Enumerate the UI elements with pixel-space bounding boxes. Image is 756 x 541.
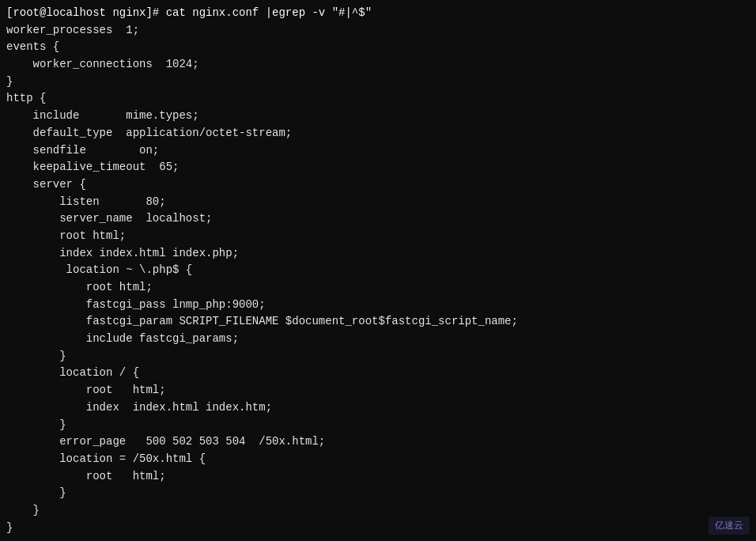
terminal-line-4: worker_connections 1024; [6, 56, 750, 74]
terminal-line-18: fastcgi_pass lnmp_php:9000; [6, 297, 750, 314]
terminal-line-14: root html; [6, 228, 750, 245]
terminal-content: [root@localhost nginx]# cat nginx.conf |… [6, 5, 750, 536]
terminal-line-20: include fastcgi_params; [6, 331, 750, 348]
terminal-line-7: include mime.types; [6, 108, 750, 125]
terminal-line-15: index index.html index.php; [6, 245, 750, 263]
terminal-line-28: root html; [6, 468, 750, 486]
terminal-line-3: events { [6, 39, 750, 56]
terminal-line-16: location ~ \.php$ { [6, 262, 750, 279]
terminal-line-2: worker_processes 1; [6, 22, 750, 40]
watermark: 亿速云 [709, 516, 750, 535]
terminal-line-21: } [6, 348, 750, 365]
terminal-line-27: location = /50x.html { [6, 451, 750, 468]
terminal-line-6: http { [6, 90, 750, 108]
terminal-line-23: root html; [6, 382, 750, 399]
terminal-line-26: error_page 500 502 503 504 /50x.html; [6, 433, 750, 451]
terminal-line-29: } [6, 485, 750, 502]
terminal-line-25: } [6, 417, 750, 434]
terminal-line-11: server { [6, 176, 750, 194]
terminal-line-9: sendfile on; [6, 142, 750, 160]
terminal-line-8: default_type application/octet-stream; [6, 125, 750, 142]
terminal-line-5: } [6, 74, 750, 91]
terminal-line-10: keepalive_timeout 65; [6, 159, 750, 176]
terminal-line-17: root html; [6, 279, 750, 297]
terminal-line-19: fastcgi_param SCRIPT_FILENAME $document_… [6, 313, 750, 331]
terminal-line-12: listen 80; [6, 194, 750, 211]
terminal-line-13: server_name localhost; [6, 210, 750, 228]
terminal-window: [root@localhost nginx]# cat nginx.conf |… [0, 0, 756, 541]
terminal-line-24: index index.html index.htm; [6, 399, 750, 417]
terminal-line-30: } [6, 502, 750, 520]
terminal-line-1: [root@localhost nginx]# cat nginx.conf |… [6, 5, 750, 22]
terminal-line-22: location / { [6, 365, 750, 382]
terminal-line-31: } [6, 520, 750, 537]
